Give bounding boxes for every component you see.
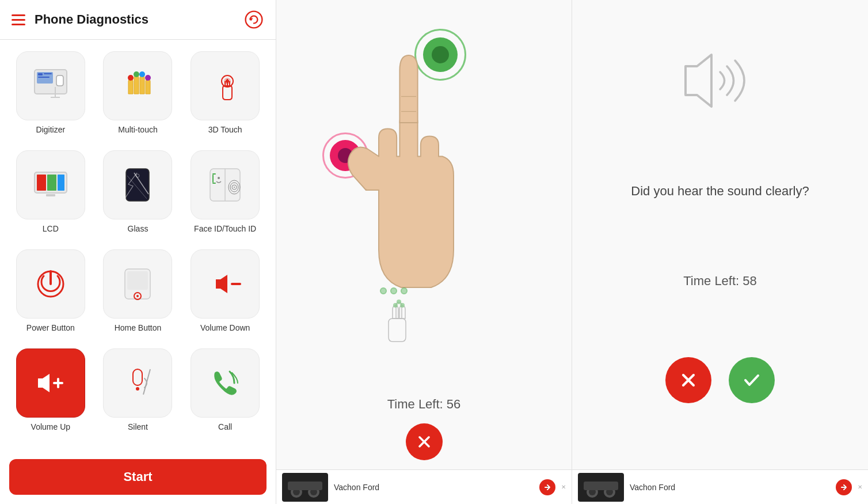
left-panel: Phone Diagnostics <box>0 0 276 504</box>
3dtouch-label: 3D Touch <box>208 125 242 134</box>
grid-item-lcd[interactable]: LCD <box>12 150 90 240</box>
answer-buttons <box>665 357 775 403</box>
app-title: Phone Diagnostics <box>35 12 243 27</box>
lcd-icon-box <box>16 150 85 219</box>
silent-label: Silent <box>128 422 148 431</box>
svg-point-8 <box>134 71 139 77</box>
powerbutton-label: Power Button <box>26 323 75 332</box>
yes-button[interactable] <box>729 357 775 403</box>
grid-item-glass[interactable]: Glass <box>99 150 177 240</box>
middle-time-left: Time Left: 56 <box>387 397 461 412</box>
grid-item-volumedown[interactable]: Volume Down <box>186 249 264 339</box>
svg-point-39 <box>136 295 139 297</box>
svg-point-9 <box>139 71 145 77</box>
ad-close-button[interactable]: ✕ <box>561 484 566 490</box>
svg-rect-41 <box>231 283 241 285</box>
svg-point-46 <box>136 387 139 391</box>
svg-rect-37 <box>127 271 148 290</box>
svg-point-51 <box>397 300 401 304</box>
svg-point-52 <box>400 303 405 308</box>
right-ad-close-button[interactable]: ✕ <box>858 484 862 490</box>
cancel-button[interactable] <box>406 423 443 460</box>
svg-marker-61 <box>686 55 711 107</box>
grid-item-silent[interactable]: Silent <box>99 348 177 438</box>
grid-item-call[interactable]: Call <box>186 348 264 438</box>
multitouch-label: Multi-touch <box>118 125 157 134</box>
svg-point-0 <box>246 12 262 28</box>
svg-marker-40 <box>216 275 227 293</box>
right-ad-arrow-button[interactable] <box>836 479 852 495</box>
sound-icon-area <box>663 46 778 115</box>
right-panel: Did you hear the sound clearly? Time Lef… <box>572 0 868 504</box>
svg-rect-45 <box>133 369 142 385</box>
faceid-label: Face ID/Touch ID <box>194 224 256 233</box>
ad-arrow-button[interactable] <box>539 479 555 495</box>
start-button[interactable]: Start <box>9 459 267 495</box>
middle-ad-banner: Vachon Ford ✕ <box>276 469 572 504</box>
svg-rect-60 <box>288 482 322 490</box>
multitouch-icon-box <box>103 51 172 120</box>
svg-marker-42 <box>38 374 50 392</box>
silent-icon-box <box>103 348 172 418</box>
faceid-icon-box <box>191 150 260 219</box>
svg-point-7 <box>128 75 134 81</box>
3dtouch-icon-box <box>191 51 260 120</box>
svg-point-10 <box>145 75 151 81</box>
right-ad-image <box>578 473 624 502</box>
grid-item-3dtouch[interactable]: 3D Touch <box>186 51 264 141</box>
grid-item-faceid[interactable]: Face ID/Touch ID <box>186 150 264 240</box>
right-ad-banner: Vachon Ford ✕ <box>572 469 868 504</box>
diagnostics-grid: Digitizer Multi-touch <box>0 40 276 450</box>
grid-item-digitizer[interactable]: Digitizer <box>12 51 90 141</box>
glass-label: Glass <box>128 224 149 233</box>
powerbutton-icon-box <box>16 249 85 319</box>
volumedown-icon-box <box>191 249 260 319</box>
call-label: Call <box>218 422 232 431</box>
grid-item-homebutton[interactable]: Home Button <box>99 249 177 339</box>
volumedown-label: Volume Down <box>200 323 250 332</box>
ad-image <box>282 473 328 502</box>
svg-rect-44 <box>57 378 59 388</box>
svg-rect-15 <box>37 175 46 191</box>
homebutton-icon-box <box>103 249 172 319</box>
header: Phone Diagnostics <box>0 0 276 40</box>
svg-rect-27 <box>212 183 216 184</box>
svg-line-47 <box>143 369 150 395</box>
right-time-left: Time Left: 58 <box>683 274 757 289</box>
grid-item-powerbutton[interactable]: Power Button <box>12 249 90 339</box>
svg-point-33 <box>234 187 235 188</box>
svg-rect-6 <box>38 77 50 78</box>
grid-item-volumeup[interactable]: Volume Up <box>12 348 90 438</box>
middle-panel: Time Left: 56 Vachon Ford ✕ <box>276 0 572 504</box>
hand-illustration <box>334 40 484 282</box>
three-finger-indicator <box>380 287 414 345</box>
svg-rect-28 <box>212 175 214 183</box>
svg-point-29 <box>218 177 220 179</box>
volumeup-label: Volume Up <box>31 422 70 431</box>
svg-rect-26 <box>212 173 216 175</box>
ad-text: Vachon Ford <box>334 483 379 492</box>
svg-point-50 <box>393 303 398 308</box>
sound-question-text: Did you hear the sound clearly? <box>631 184 809 199</box>
svg-rect-5 <box>44 73 52 74</box>
svg-rect-4 <box>38 73 43 75</box>
right-ad-text: Vachon Ford <box>630 483 675 492</box>
svg-rect-17 <box>58 175 64 191</box>
digitizer-icon-box <box>16 51 85 120</box>
digitizer-label: Digitizer <box>36 125 66 134</box>
hamburger-menu-icon[interactable] <box>12 14 25 25</box>
glass-icon-box <box>103 150 172 219</box>
homebutton-label: Home Button <box>115 323 162 332</box>
call-icon-box <box>191 348 260 418</box>
lcd-label: LCD <box>43 224 59 233</box>
volumeup-icon-box <box>16 348 85 418</box>
svg-rect-69 <box>584 482 618 490</box>
svg-rect-16 <box>47 175 56 191</box>
touch-display-area <box>276 12 572 391</box>
grid-item-multitouch[interactable]: Multi-touch <box>99 51 177 141</box>
svg-rect-18 <box>46 194 55 196</box>
no-button[interactable] <box>665 357 711 403</box>
refresh-button[interactable] <box>243 9 264 30</box>
